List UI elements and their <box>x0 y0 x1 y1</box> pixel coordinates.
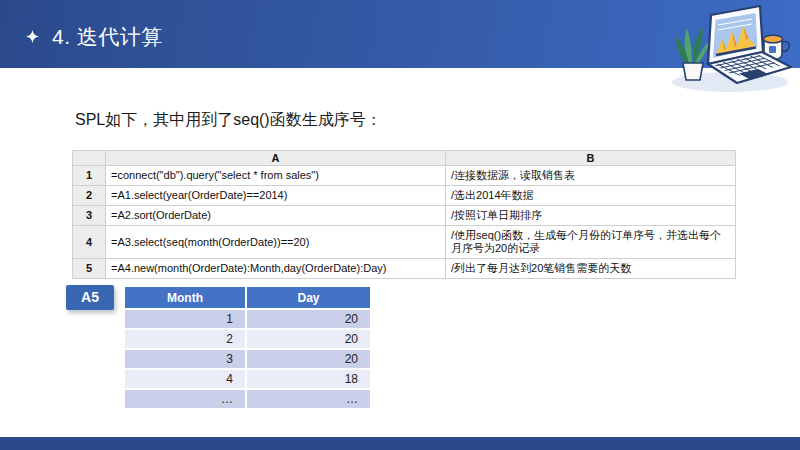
code-table-row: 1 =connect("db").query("select * from sa… <box>73 166 736 186</box>
spl-code-table: A B 1 =connect("db").query("select * fro… <box>72 150 736 279</box>
comment-cell: /选出2014年数据 <box>446 186 736 206</box>
corner-cell <box>73 151 106 166</box>
result-header-month: Month <box>124 286 246 309</box>
row-number: 4 <box>73 226 106 259</box>
code-table-row: 4 =A3.select(seq(month(OrderDate))==20) … <box>73 226 736 259</box>
a5-cell-label: A5 <box>66 285 114 310</box>
plant-icon <box>675 27 710 80</box>
intro-text: SPL如下，其中用到了seq()函数生成序号： <box>75 110 382 131</box>
day-cell: … <box>246 389 371 409</box>
result-header-day: Day <box>246 286 371 309</box>
comment-cell: /按照订单日期排序 <box>446 206 736 226</box>
sparkle-icon <box>26 30 39 43</box>
spl-code-cell: =connect("db").query("select * from sale… <box>106 166 446 186</box>
code-table-row: 3 =A2.sort(OrderDate) /按照订单日期排序 <box>73 206 736 226</box>
comment-cell: /连接数据源，读取销售表 <box>446 166 736 186</box>
result-row: 1 20 <box>124 309 371 329</box>
footer-bar <box>0 437 800 450</box>
code-table-row: 5 =A4.new(month(OrderDate):Month,day(Ord… <box>73 259 736 279</box>
code-table-row: 2 =A1.select(year(OrderDate)==2014) /选出2… <box>73 186 736 206</box>
result-row: 4 18 <box>124 369 371 389</box>
row-number: 1 <box>73 166 106 186</box>
day-cell: 18 <box>246 369 371 389</box>
a5-result-table: Month Day 1 20 2 20 3 20 4 18 … … <box>123 285 372 410</box>
code-table-header-row: A B <box>73 151 736 166</box>
month-cell: … <box>124 389 246 409</box>
row-number: 5 <box>73 259 106 279</box>
comment-cell: /列出了每月达到20笔销售需要的天数 <box>446 259 736 279</box>
spl-code-cell: =A1.select(year(OrderDate)==2014) <box>106 186 446 206</box>
month-cell: 2 <box>124 329 246 349</box>
spl-code-cell: =A4.new(month(OrderDate):Month,day(Order… <box>106 259 446 279</box>
column-header-b: B <box>446 151 736 166</box>
result-header-row: Month Day <box>124 286 371 309</box>
result-row: … … <box>124 389 371 409</box>
column-header-a: A <box>106 151 446 166</box>
day-cell: 20 <box>246 309 371 329</box>
month-cell: 3 <box>124 349 246 369</box>
row-number: 3 <box>73 206 106 226</box>
result-row: 2 20 <box>124 329 371 349</box>
month-cell: 4 <box>124 369 246 389</box>
row-number: 2 <box>73 186 106 206</box>
spl-code-cell: =A2.sort(OrderDate) <box>106 206 446 226</box>
spl-code-cell: =A3.select(seq(month(OrderDate))==20) <box>106 226 446 259</box>
result-row: 3 20 <box>124 349 371 369</box>
comment-cell: /使用seq()函数，生成每个月份的订单序号，并选出每个月序号为20的记录 <box>446 226 736 259</box>
day-cell: 20 <box>246 329 371 349</box>
page-title: 4. 迭代计算 <box>52 23 163 51</box>
month-cell: 1 <box>124 309 246 329</box>
laptop-illustration <box>658 2 800 100</box>
day-cell: 20 <box>246 349 371 369</box>
